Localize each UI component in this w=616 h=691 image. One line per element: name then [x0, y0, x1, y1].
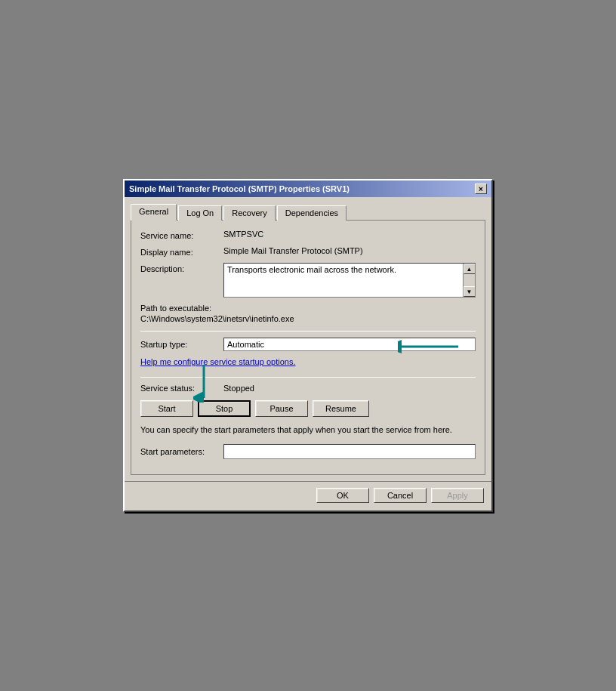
startup-type-row: Startup type: Automatic Manual Disabled	[140, 338, 476, 351]
title-bar: Simple Mail Transfer Protocol (SMTP) Pro…	[125, 180, 491, 197]
start-params-input[interactable]	[223, 444, 476, 459]
properties-dialog: Simple Mail Transfer Protocol (SMTP) Pro…	[123, 179, 493, 511]
dialog-footer: OK Cancel Apply	[125, 481, 491, 511]
cancel-button[interactable]: Cancel	[374, 488, 427, 503]
service-status-row: Service status: Stopped	[140, 384, 476, 393]
teal-arrow-down-svg	[193, 365, 214, 403]
scrollbar-down-button[interactable]: ▼	[464, 286, 476, 297]
executable-value: C:\Windows\system32\inetsrv\inetinfo.exe	[140, 314, 476, 323]
tab-recovery[interactable]: Recovery	[223, 205, 275, 221]
executable-label: Path to executable:	[140, 304, 476, 313]
scrollbar-up-button[interactable]: ▲	[464, 264, 476, 274]
start-params-row: Start parameters:	[140, 444, 476, 459]
display-name-row: Display name: Simple Mail Transfer Proto…	[140, 246, 476, 257]
separator-2	[140, 377, 476, 378]
tab-logon[interactable]: Log On	[178, 205, 222, 221]
display-name-value: Simple Mail Transfer Protocol (SMTP)	[223, 246, 476, 255]
pause-button[interactable]: Pause	[255, 400, 308, 417]
service-name-label: Service name:	[140, 230, 223, 240]
tab-bar: General Log On Recovery Dependencies	[131, 203, 485, 220]
tab-general[interactable]: General	[131, 204, 177, 221]
service-status-value: Stopped	[223, 384, 254, 393]
apply-button[interactable]: Apply	[431, 488, 484, 503]
help-link[interactable]: Help me configure service startup option…	[140, 357, 295, 366]
resume-button[interactable]: Resume	[313, 400, 369, 417]
info-text: You can specify the start parameters tha…	[140, 424, 476, 436]
executable-path-section: Path to executable: C:\Windows\system32\…	[140, 304, 476, 323]
dialog-title: Simple Mail Transfer Protocol (SMTP) Pro…	[129, 184, 475, 193]
service-name-row: Service name: SMTPSVC	[140, 230, 476, 240]
help-link-section: Help me configure service startup option…	[140, 357, 476, 371]
close-button[interactable]: ×	[475, 184, 487, 194]
startup-type-label: Startup type:	[140, 340, 223, 349]
display-name-label: Display name:	[140, 246, 223, 257]
service-name-value: SMTPSVC	[223, 230, 476, 239]
description-container: Transports electronic mail across the ne…	[223, 263, 476, 298]
description-label: Description:	[140, 263, 223, 273]
description-row: Description: Transports electronic mail …	[140, 263, 476, 298]
description-scrollbar: ▲ ▼	[463, 264, 475, 297]
separator-1	[140, 331, 476, 332]
startup-type-section: Startup type: Automatic Manual Disabled	[140, 338, 476, 351]
service-buttons: Start Stop Pause Resume	[140, 400, 476, 417]
start-button[interactable]: Start	[140, 400, 193, 417]
ok-button[interactable]: OK	[316, 488, 369, 503]
teal-arrow-right-svg	[398, 338, 466, 355]
description-box[interactable]: Transports electronic mail across the ne…	[223, 263, 476, 298]
description-text: Transports electronic mail across the ne…	[227, 265, 396, 274]
stop-button[interactable]: Stop	[198, 400, 251, 417]
tab-panel-general: Service name: SMTPSVC Display name: Simp…	[131, 220, 485, 474]
dialog-body: General Log On Recovery Dependencies Ser…	[125, 197, 491, 480]
tab-dependencies[interactable]: Dependencies	[277, 205, 346, 221]
start-params-label: Start parameters:	[140, 447, 223, 456]
